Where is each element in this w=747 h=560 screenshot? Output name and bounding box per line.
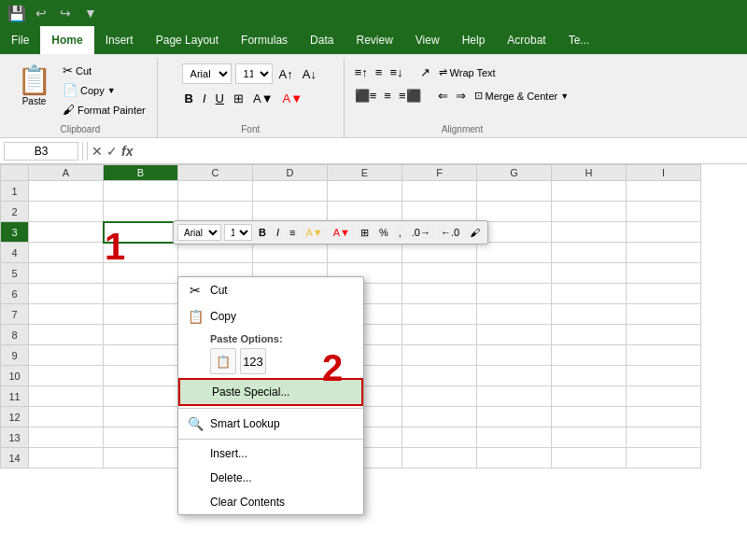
cell-a7[interactable] (29, 304, 104, 325)
cell-a5[interactable] (29, 263, 104, 284)
cell-f12[interactable] (402, 407, 477, 427)
menu-acrobat[interactable]: Acrobat (496, 26, 557, 54)
ctx-delete[interactable]: Delete... (178, 466, 363, 490)
confirm-formula-icon[interactable]: ✓ (106, 144, 118, 159)
menu-data[interactable]: Data (299, 26, 345, 54)
redo-btn[interactable]: ↪ (56, 4, 75, 22)
cell-i13[interactable] (627, 427, 701, 448)
cell-b2[interactable] (104, 202, 178, 222)
mini-comma-btn[interactable]: , (395, 225, 405, 240)
copy-button[interactable]: 📄 Copy ▼ (59, 81, 149, 99)
cell-g5[interactable] (477, 263, 552, 284)
orientation-btn[interactable]: ↗ (417, 63, 433, 81)
menu-more[interactable]: Te... (557, 26, 601, 54)
save-icon[interactable]: 💾 (7, 5, 26, 22)
cell-c4[interactable] (178, 243, 253, 263)
cell-g11[interactable] (477, 386, 552, 407)
cell-h3[interactable] (552, 222, 627, 243)
align-left-btn[interactable]: ⬛≡ (352, 87, 380, 105)
cell-i7[interactable] (627, 304, 701, 325)
ctx-smart-lookup[interactable]: 🔍 Smart Lookup (178, 411, 363, 437)
cell-g12[interactable] (477, 407, 552, 427)
cell-e4[interactable] (328, 243, 402, 263)
col-header-i[interactable]: I (627, 165, 701, 181)
formula-input[interactable] (136, 145, 743, 158)
cell-f10[interactable] (402, 366, 477, 386)
cell-b7[interactable] (104, 304, 178, 325)
cell-g7[interactable] (477, 304, 552, 325)
cell-i14[interactable] (627, 448, 701, 469)
cell-i9[interactable] (627, 345, 701, 366)
cell-f5[interactable] (402, 263, 477, 284)
cell-h14[interactable] (552, 448, 627, 469)
cell-h5[interactable] (552, 263, 627, 284)
col-header-e[interactable]: E (328, 165, 402, 181)
cell-f9[interactable] (402, 345, 477, 366)
cell-b12[interactable] (104, 407, 178, 427)
col-header-d[interactable]: D (253, 165, 328, 181)
cell-f14[interactable] (402, 448, 477, 469)
cell-f1[interactable] (402, 181, 477, 202)
cell-reference-box[interactable]: B3 (4, 142, 78, 161)
align-right-btn[interactable]: ≡⬛ (396, 87, 424, 105)
cell-e1[interactable] (328, 181, 402, 202)
cell-a2[interactable] (29, 202, 104, 222)
cell-h6[interactable] (552, 284, 627, 304)
cell-i2[interactable] (627, 202, 701, 222)
mini-font-size[interactable]: 11 (224, 224, 252, 241)
cell-d1[interactable] (253, 181, 328, 202)
cell-h12[interactable] (552, 407, 627, 427)
col-header-g[interactable]: G (477, 165, 552, 181)
font-size-select[interactable]: 11 (235, 63, 273, 84)
cell-a8[interactable] (29, 325, 104, 345)
cell-h4[interactable] (552, 243, 627, 263)
cell-a6[interactable] (29, 284, 104, 304)
cell-d2[interactable] (253, 202, 328, 222)
cell-g14[interactable] (477, 448, 552, 469)
cell-a11[interactable] (29, 386, 104, 407)
cell-h9[interactable] (552, 345, 627, 366)
cell-h1[interactable] (552, 181, 627, 202)
cell-f4[interactable] (402, 243, 477, 263)
cell-h11[interactable] (552, 386, 627, 407)
cell-g6[interactable] (477, 284, 552, 304)
cell-e2[interactable] (328, 202, 402, 222)
increase-font-btn[interactable]: A↑ (276, 65, 296, 83)
ctx-cut[interactable]: ✂ Cut (178, 277, 363, 303)
cell-a4[interactable] (29, 243, 104, 263)
menu-insert[interactable]: Insert (94, 26, 145, 54)
fx-icon[interactable]: fx (121, 144, 133, 159)
cell-a1[interactable] (29, 181, 104, 202)
decrease-indent-btn[interactable]: ⇐ (435, 87, 451, 105)
menu-home[interactable]: Home (40, 26, 93, 54)
cell-a10[interactable] (29, 366, 104, 386)
fill-color-btn[interactable]: A▼ (250, 90, 276, 107)
cell-b14[interactable] (104, 448, 178, 469)
cell-g10[interactable] (477, 366, 552, 386)
underline-button[interactable]: U (213, 90, 227, 107)
mini-fontcolor-btn[interactable]: A▼ (330, 225, 354, 240)
cell-a9[interactable] (29, 345, 104, 366)
ctx-insert[interactable]: Insert... (178, 441, 363, 466)
cell-b13[interactable] (104, 427, 178, 448)
menu-review[interactable]: Review (345, 26, 403, 54)
ctx-copy[interactable]: 📋 Copy (178, 303, 363, 329)
cut-button[interactable]: ✂ Cut (59, 62, 149, 79)
align-top-btn[interactable]: ≡↑ (352, 63, 371, 81)
cell-h10[interactable] (552, 366, 627, 386)
cell-c2[interactable] (178, 202, 253, 222)
cell-i10[interactable] (627, 366, 701, 386)
cell-g13[interactable] (477, 427, 552, 448)
cell-c1[interactable] (178, 181, 253, 202)
menu-formulas[interactable]: Formulas (230, 26, 299, 54)
font-color-btn[interactable]: A▼ (280, 90, 306, 107)
cell-h2[interactable] (552, 202, 627, 222)
cell-g1[interactable] (477, 181, 552, 202)
mini-font-family[interactable]: Arial (177, 224, 221, 241)
cell-h7[interactable] (552, 304, 627, 325)
col-header-c[interactable]: C (178, 165, 253, 181)
cell-i8[interactable] (627, 325, 701, 345)
cell-b10[interactable] (104, 366, 178, 386)
align-bottom-btn[interactable]: ≡↓ (387, 63, 405, 81)
increase-indent-btn[interactable]: ⇒ (453, 87, 469, 105)
